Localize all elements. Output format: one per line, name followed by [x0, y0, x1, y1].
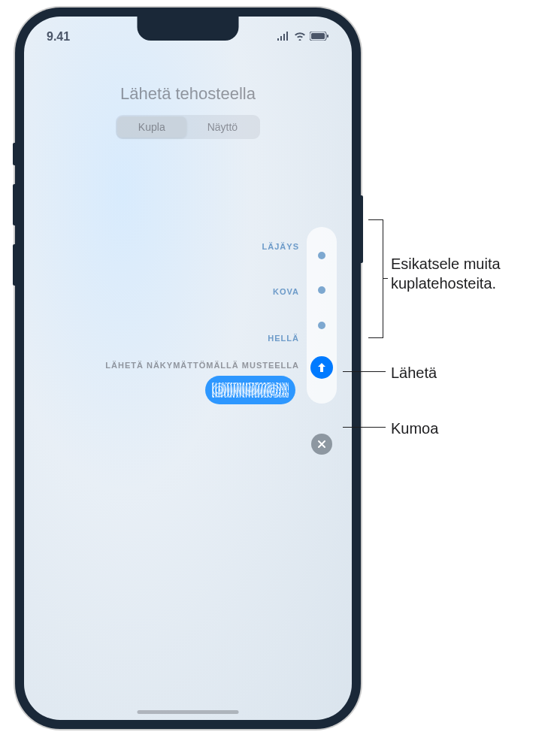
effect-loud-dot[interactable]	[318, 286, 325, 294]
cancel-button[interactable]	[311, 434, 332, 455]
callout-preview-effects: Esikatsele muita kuplatehosteita.	[391, 254, 560, 293]
segment-bubble[interactable]: Kupla	[117, 116, 186, 138]
send-button[interactable]	[310, 356, 333, 379]
phone-screen: 9.41 Lähetä tehosteella Kupla Näyttö	[24, 17, 352, 720]
effect-label-loud: KOVA	[273, 287, 299, 296]
callout-send: Lähetä	[391, 363, 437, 383]
mute-switch[interactable]	[13, 143, 15, 165]
effect-label-invisible: LÄHETÄ NÄKYMÄTTÖMÄLLÄ MUSTEELLA	[105, 361, 299, 370]
header: Lähetä tehosteella Kupla Näyttö	[24, 84, 352, 139]
effect-label-gentle: HELLÄ	[268, 334, 299, 343]
effect-label-slam: LÄJÄYS	[262, 242, 299, 251]
callout-bracket-stem	[383, 278, 388, 279]
callout-bracket	[368, 219, 383, 338]
message-bubble-invisible-ink[interactable]	[205, 376, 295, 404]
svg-rect-1	[311, 33, 325, 39]
status-indicators	[277, 30, 329, 44]
notch	[138, 17, 239, 41]
effect-slam-dot[interactable]	[318, 252, 325, 259]
callout-line-send	[343, 371, 386, 372]
volume-up-button[interactable]	[13, 184, 15, 225]
segment-control: Kupla Näyttö	[116, 115, 260, 139]
callout-line-cancel	[343, 427, 386, 428]
side-button[interactable]	[361, 195, 363, 263]
callout-cancel: Kumoa	[391, 419, 438, 438]
cellular-icon	[277, 30, 290, 44]
wifi-icon	[294, 30, 306, 44]
invisible-ink-effect	[212, 383, 289, 398]
volume-down-button[interactable]	[13, 244, 15, 286]
svg-rect-2	[327, 35, 328, 38]
status-time: 9.41	[47, 30, 70, 44]
battery-icon	[310, 30, 329, 44]
page-title: Lähetä tehosteella	[24, 84, 352, 104]
effect-gentle-dot[interactable]	[318, 322, 325, 329]
home-indicator[interactable]	[138, 710, 239, 714]
phone-frame: 9.41 Lähetä tehosteella Kupla Näyttö	[15, 8, 361, 729]
effects-selector	[307, 227, 337, 404]
segment-screen[interactable]: Näyttö	[186, 116, 259, 138]
